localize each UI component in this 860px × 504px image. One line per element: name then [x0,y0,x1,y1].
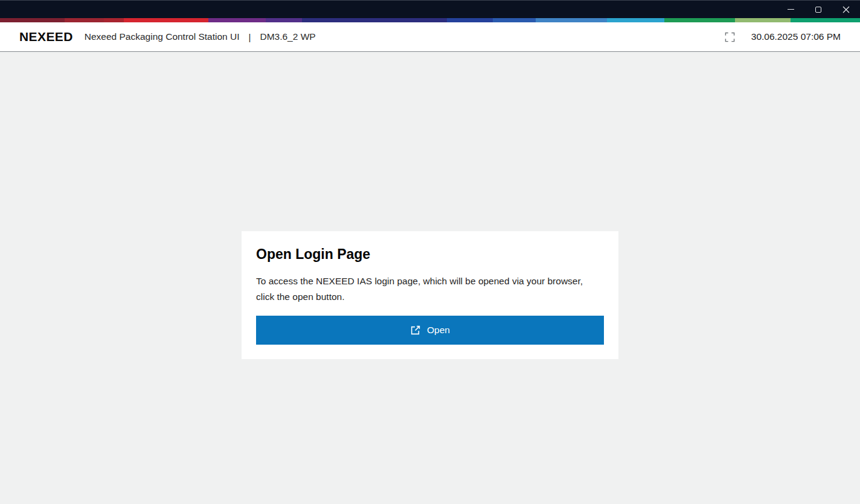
fullscreen-icon [725,32,735,42]
supergraphic-segment [493,18,536,22]
open-button-label: Open [427,325,450,336]
card-description: To access the NEXEED IAS login page, whi… [256,273,585,305]
app-header: NEXEED Nexeed Packaging Control Station … [0,22,860,52]
supergraphic-segment [607,18,664,22]
environment-label: DM3.6_2 WP [260,31,315,42]
card-title: Open Login Page [256,246,604,263]
supergraphic-segment [791,18,860,22]
minimize-icon [788,9,794,10]
supergraphic-segment [0,18,65,22]
brand-supergraphic-stripe [0,18,860,22]
datetime-label: 30.06.2025 07:06 PM [751,31,841,42]
open-login-button[interactable]: Open [256,316,604,345]
supergraphic-segment [664,18,735,22]
main-content: Open Login Page To access the NEXEED IAS… [0,52,860,504]
supergraphic-segment [266,18,302,22]
title-separator: | [249,32,251,42]
supergraphic-segment [104,18,124,22]
supergraphic-segment [302,18,447,22]
nexeed-logo: NEXEED [19,30,73,44]
supergraphic-segment [447,18,493,22]
window-titlebar[interactable] [0,0,860,18]
close-icon [842,6,850,13]
external-link-icon [410,325,420,336]
supergraphic-segment [124,18,208,22]
supergraphic-segment [65,18,104,22]
minimize-button[interactable] [777,1,804,18]
close-button[interactable] [832,1,860,18]
supergraphic-segment [735,18,791,22]
supergraphic-segment [536,18,607,22]
app-title: Nexeed Packaging Control Station UI [85,31,240,42]
app-window: NEXEED Nexeed Packaging Control Station … [0,0,860,504]
supergraphic-segment [208,18,266,22]
maximize-button[interactable] [804,1,832,18]
login-card: Open Login Page To access the NEXEED IAS… [242,231,618,359]
fullscreen-button[interactable] [725,32,735,42]
maximize-icon [815,7,821,13]
